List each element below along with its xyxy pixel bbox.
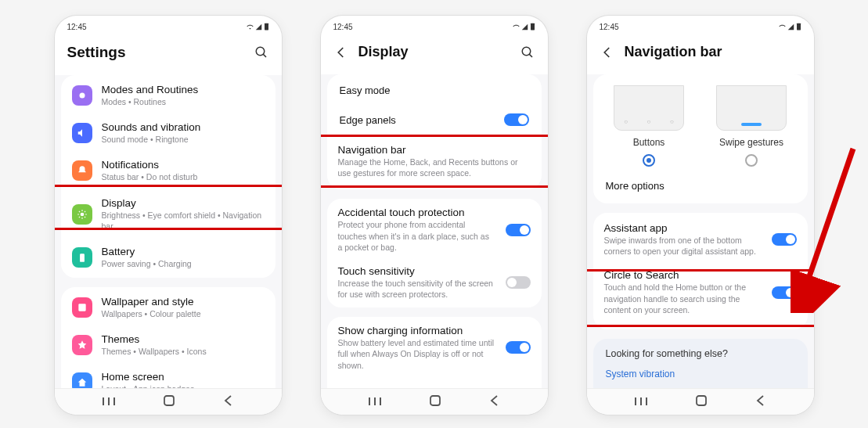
toggle-circle-search[interactable]	[772, 286, 797, 299]
status-time: 12:45	[67, 23, 87, 31]
header: Navigation bar	[587, 34, 814, 74]
svg-rect-9	[164, 396, 174, 405]
item-sounds[interactable]: Sounds and vibrationSound mode • Rington…	[61, 114, 276, 152]
svg-point-1	[79, 93, 85, 99]
item-charging-info[interactable]: Show charging informationShow battery le…	[327, 318, 542, 377]
item-navigation-bar[interactable]: Navigation barManage the Home, Back, and…	[327, 135, 542, 188]
radio-buttons[interactable]	[643, 154, 655, 167]
back-button[interactable]	[490, 395, 499, 409]
nav-bar	[321, 388, 548, 415]
notif-icon	[72, 160, 92, 181]
display-list: Easy mode Edge panels Navigation barMana…	[321, 74, 548, 388]
back-button-header[interactable]	[333, 45, 349, 60]
svg-rect-3	[80, 254, 85, 262]
svg-rect-10	[531, 23, 535, 31]
item-battery[interactable]: BatteryPower saving • Charging	[61, 239, 276, 276]
option-swipe[interactable]: Swipe gestures	[716, 85, 787, 167]
item-accidental-touch[interactable]: Accidental touch protectionProtect your …	[327, 200, 542, 259]
preview-buttons: ○○○	[614, 85, 684, 131]
home-button[interactable]	[430, 395, 441, 409]
header: Display	[321, 34, 548, 74]
settings-list: Modes and RoutinesModes • Routines Sound…	[55, 75, 282, 388]
recents-button[interactable]	[635, 395, 647, 409]
item-screen-saver[interactable]: Screen saver	[327, 377, 542, 388]
svg-rect-14	[430, 396, 440, 405]
item-more-options[interactable]: More options	[593, 171, 808, 200]
search-button[interactable]	[254, 45, 269, 60]
svg-rect-4	[78, 304, 85, 311]
navbar-settings: ○○○ Buttons Swipe gestures More options	[587, 74, 814, 388]
status-bar: 12:45	[587, 16, 814, 34]
status-bar: 12:45	[321, 16, 548, 34]
option-swipe-label: Swipe gestures	[719, 137, 783, 148]
option-buttons[interactable]: ○○○ Buttons	[614, 85, 684, 167]
home-button[interactable]	[164, 395, 175, 409]
preview-swipe	[716, 85, 787, 131]
header: Settings	[55, 34, 282, 75]
toggle-accidental[interactable]	[506, 224, 531, 236]
nav-bar	[587, 388, 814, 415]
status-time: 12:45	[333, 23, 353, 31]
nav-bar	[55, 388, 282, 415]
radio-swipe[interactable]	[745, 154, 758, 167]
status-icons	[779, 23, 801, 31]
phone-display: 12:45 Display Easy mode Edge panels Navi…	[321, 16, 548, 415]
recents-button[interactable]	[103, 395, 115, 409]
item-edge-panels[interactable]: Edge panels	[327, 105, 542, 135]
item-themes[interactable]: ThemesThemes • Wallpapers • Icons	[61, 326, 276, 364]
item-notifications[interactable]: NotificationsStatus bar • Do not disturb	[61, 152, 276, 189]
search-icon	[520, 45, 535, 59]
search-icon	[254, 45, 268, 59]
link-system-vibration[interactable]: System vibration	[593, 362, 808, 386]
chevron-left-icon	[600, 45, 614, 59]
item-home-screen[interactable]: Home screenLayout • App icon badges	[61, 364, 276, 388]
sound-icon	[72, 123, 92, 143]
status-icons	[247, 23, 269, 31]
back-button-header[interactable]	[600, 45, 615, 60]
item-circle-search[interactable]: Circle to SearchTouch and hold the Home …	[593, 263, 808, 326]
status-time: 12:45	[600, 23, 619, 31]
item-wallpaper[interactable]: Wallpaper and styleWallpapers • Colour p…	[61, 289, 276, 326]
home-button[interactable]	[696, 395, 707, 409]
status-bar: 12:45	[55, 16, 282, 34]
toggle-touch-sens[interactable]	[506, 276, 531, 289]
back-button[interactable]	[756, 395, 765, 409]
item-assistant-app[interactable]: Assistant appSwipe inwards from one of t…	[593, 216, 808, 263]
themes-icon	[72, 335, 92, 355]
svg-rect-0	[265, 23, 268, 31]
looking-for: Looking for something else?	[593, 339, 808, 362]
item-modes-routines[interactable]: Modes and RoutinesModes • Routines	[61, 77, 276, 114]
back-button[interactable]	[224, 395, 233, 409]
item-easy-mode[interactable]: Easy mode	[327, 76, 542, 105]
toggle-edge-panels[interactable]	[504, 113, 529, 126]
toggle-assistant[interactable]	[772, 233, 797, 246]
page-title: Navigation bar	[625, 44, 801, 60]
svg-point-2	[80, 212, 84, 216]
chevron-left-icon	[334, 45, 348, 59]
wallpaper-icon	[72, 297, 92, 318]
status-icons	[513, 23, 535, 31]
toggle-charging[interactable]	[506, 341, 531, 354]
item-touch-sensitivity[interactable]: Touch sensitivityIncrease the touch sens…	[327, 259, 542, 306]
search-button[interactable]	[520, 45, 535, 60]
home-icon	[72, 372, 92, 388]
svg-rect-15	[797, 23, 801, 31]
phone-navbar: 12:45 Navigation bar ○○○ Buttons	[587, 16, 814, 415]
modes-icon	[72, 85, 92, 106]
page-title: Settings	[67, 44, 244, 61]
page-title: Display	[358, 44, 510, 60]
battery-icon	[72, 247, 92, 268]
display-icon	[72, 204, 92, 225]
option-buttons-label: Buttons	[633, 137, 665, 148]
phone-settings: 12:45 Settings Modes and RoutinesModes •…	[55, 16, 282, 415]
svg-rect-19	[697, 396, 706, 405]
item-display[interactable]: DisplayBrightness • Eye comfort shield •…	[61, 190, 276, 239]
recents-button[interactable]	[369, 395, 381, 409]
